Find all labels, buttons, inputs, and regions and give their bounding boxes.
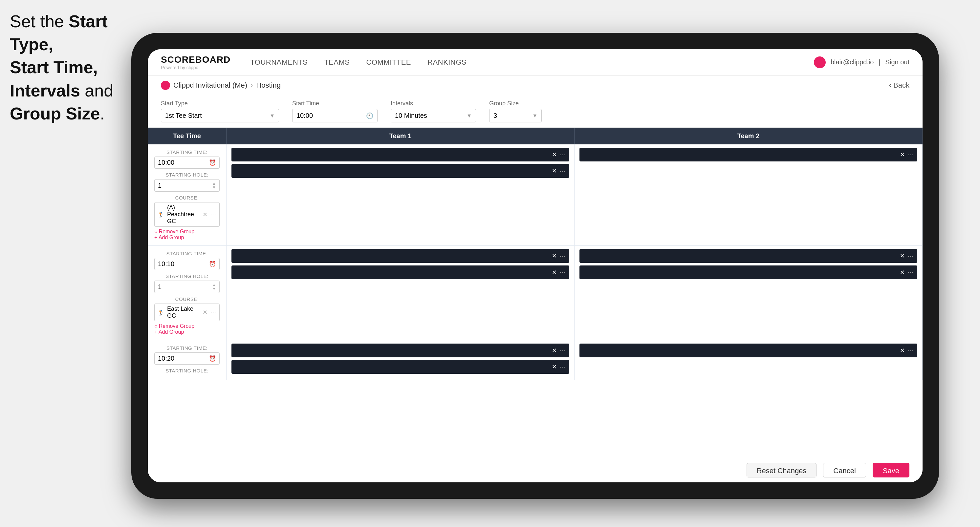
player-row-4-2: ✕ ⋯ xyxy=(579,265,917,279)
course-dots-2[interactable]: ⋯ xyxy=(210,309,216,316)
course-dots-1[interactable]: ⋯ xyxy=(210,211,216,218)
player-dots-6-1[interactable]: ⋯ xyxy=(907,347,913,354)
start-time-label: Start Time xyxy=(292,100,377,107)
reset-button[interactable]: Reset Changes xyxy=(746,463,817,478)
save-button[interactable]: Save xyxy=(873,463,909,478)
breadcrumb: Clippd Invitational (Me) › Hosting xyxy=(161,81,281,90)
instruction-line4: and xyxy=(80,81,113,100)
sign-out-link[interactable]: Sign out xyxy=(885,59,909,66)
starting-time-label-1: STARTING TIME: xyxy=(154,149,220,155)
starting-hole-value-2[interactable]: 1 ▲ ▼ xyxy=(154,281,220,293)
remove-group-1[interactable]: ○Remove Group xyxy=(154,229,220,235)
start-type-caret: ▼ xyxy=(270,113,275,119)
nav-tab-tournaments[interactable]: TOURNAMENTS xyxy=(250,56,308,68)
logo-text: SCOREBOARD xyxy=(161,54,231,65)
col-team1: Team 1 xyxy=(226,128,574,144)
player-dots-3-2[interactable]: ⋯ xyxy=(560,269,565,276)
player-x-4-1[interactable]: ✕ xyxy=(900,252,905,260)
main-content: Tee Time Team 1 Team 2 STARTING TIME: 10… xyxy=(148,128,923,458)
player-dots-1-1[interactable]: ⋯ xyxy=(560,151,565,158)
intervals-value: 10 Minutes xyxy=(395,112,427,119)
player-row-6-1: ✕ ⋯ xyxy=(579,344,917,357)
course-tag-2[interactable]: 🏌 East Lake GC ✕ ⋯ xyxy=(154,303,220,321)
group-size-dropdown[interactable]: 3 ▼ xyxy=(489,109,542,122)
group-size-value: 3 xyxy=(493,112,497,119)
starting-hole-value-1[interactable]: 1 ▲ ▼ xyxy=(154,179,220,192)
course-label-1: COURSE: xyxy=(154,195,220,200)
settings-row: Start Type 1st Tee Start ▼ Start Time 10… xyxy=(148,95,923,128)
course-label-2: COURSE: xyxy=(154,296,220,302)
player-dots-2-1[interactable]: ⋯ xyxy=(907,151,913,158)
player-x-5-1[interactable]: ✕ xyxy=(552,347,557,354)
group-size-group: Group Size 3 ▼ xyxy=(489,100,542,122)
starting-time-value-2[interactable]: 10:10 ⏰ xyxy=(154,258,220,270)
starting-time-value-1[interactable]: 10:00 ⏰ xyxy=(154,157,220,169)
col-team2: Team 2 xyxy=(574,128,923,144)
start-time-input[interactable]: 10:00 🕙 xyxy=(292,109,377,122)
player-dots-3-1[interactable]: ⋯ xyxy=(560,252,565,260)
team1-cell-3: ✕ ⋯ ✕ ⋯ xyxy=(226,340,574,380)
player-x-3-2[interactable]: ✕ xyxy=(552,269,557,276)
add-group-1[interactable]: + Add Group xyxy=(154,235,220,241)
hole-stepper-2[interactable]: ▲ ▼ xyxy=(212,283,216,291)
clock-icon: 🕙 xyxy=(366,112,373,119)
player-dots-5-1[interactable]: ⋯ xyxy=(560,347,565,354)
nav-right: blair@clippd.io | Sign out xyxy=(814,56,909,68)
player-x-2-1[interactable]: ✕ xyxy=(900,151,905,158)
start-type-group: Start Type 1st Tee Start ▼ xyxy=(161,100,279,122)
clock-icon-1: ⏰ xyxy=(209,159,216,167)
team2-cell-1: ✕ ⋯ xyxy=(574,144,923,246)
group-1-left: STARTING TIME: 10:00 ⏰ STARTING HOLE: 1 … xyxy=(148,144,226,246)
start-type-dropdown[interactable]: 1st Tee Start ▼ xyxy=(161,109,279,122)
player-dots-4-2[interactable]: ⋯ xyxy=(907,269,913,276)
player-dots-4-1[interactable]: ⋯ xyxy=(907,252,913,260)
remove-group-2[interactable]: ○Remove Group xyxy=(154,323,220,329)
intervals-dropdown[interactable]: 10 Minutes ▼ xyxy=(391,109,476,122)
team1-cell-2: ✕ ⋯ ✕ ⋯ xyxy=(226,246,574,340)
start-type-value: 1st Tee Start xyxy=(165,112,202,119)
player-x-1-1[interactable]: ✕ xyxy=(552,151,557,158)
starting-time-label-3: STARTING TIME: xyxy=(154,345,220,351)
nav-tab-rankings[interactable]: RANKINGS xyxy=(428,56,466,68)
start-type-label: Start Type xyxy=(161,100,279,107)
player-row-4-1: ✕ ⋯ xyxy=(579,249,917,263)
course-icon-2: 🏌 xyxy=(158,310,164,316)
hole-stepper-1[interactable]: ▲ ▼ xyxy=(212,181,216,189)
start-time-group: Start Time 10:00 🕙 xyxy=(292,100,377,122)
nav-tab-teams[interactable]: TEAMS xyxy=(324,56,350,68)
nav-bar: SCOREBOARD Powered by clippd TOURNAMENTS… xyxy=(148,49,923,75)
course-remove-x-1[interactable]: ✕ xyxy=(202,211,207,218)
player-x-1-2[interactable]: ✕ xyxy=(552,167,557,175)
add-group-2[interactable]: + Add Group xyxy=(154,329,220,335)
course-icon-1: 🏌 xyxy=(158,211,164,217)
player-x-6-1[interactable]: ✕ xyxy=(900,347,905,354)
player-dots-5-2[interactable]: ⋯ xyxy=(560,363,565,370)
player-dots-1-2[interactable]: ⋯ xyxy=(560,167,565,175)
tablet-screen: SCOREBOARD Powered by clippd TOURNAMENTS… xyxy=(148,49,923,483)
group-size-label: Group Size xyxy=(489,100,542,107)
group-size-caret: ▼ xyxy=(532,113,538,119)
tournament-icon xyxy=(161,81,170,90)
player-row-1-1: ✕ ⋯ xyxy=(231,148,569,162)
player-x-4-2[interactable]: ✕ xyxy=(900,269,905,276)
tablet-frame: SCOREBOARD Powered by clippd TOURNAMENTS… xyxy=(131,33,939,499)
start-time-value: 10:00 xyxy=(296,112,313,119)
course-tag-1[interactable]: 🏌 (A) Peachtree GC ✕ ⋯ xyxy=(154,202,220,227)
course-remove-x-2[interactable]: ✕ xyxy=(202,309,207,316)
table-header: Tee Time Team 1 Team 2 xyxy=(148,128,923,144)
cancel-button[interactable]: Cancel xyxy=(823,463,866,478)
breadcrumb-bar: Clippd Invitational (Me) › Hosting Back xyxy=(148,75,923,95)
starting-time-value-3[interactable]: 10:20 ⏰ xyxy=(154,352,220,365)
group-2-left: STARTING TIME: 10:10 ⏰ STARTING HOLE: 1 … xyxy=(148,246,226,340)
group-3-left: STARTING TIME: 10:20 ⏰ STARTING HOLE: xyxy=(148,340,226,380)
player-x-5-2[interactable]: ✕ xyxy=(552,363,557,370)
nav-tab-committee[interactable]: COMMITTEE xyxy=(366,56,411,68)
breadcrumb-tournament[interactable]: Clippd Invitational (Me) xyxy=(173,81,247,90)
group-section-3: STARTING TIME: 10:20 ⏰ STARTING HOLE: ✕ … xyxy=(148,340,923,380)
team2-cell-2: ✕ ⋯ ✕ ⋯ xyxy=(574,246,923,340)
user-avatar xyxy=(814,56,826,68)
back-button[interactable]: Back xyxy=(889,81,909,90)
player-x-3-1[interactable]: ✕ xyxy=(552,252,557,260)
starting-hole-label-1: STARTING HOLE: xyxy=(154,172,220,178)
course-name-1: (A) Peachtree GC xyxy=(167,204,200,225)
